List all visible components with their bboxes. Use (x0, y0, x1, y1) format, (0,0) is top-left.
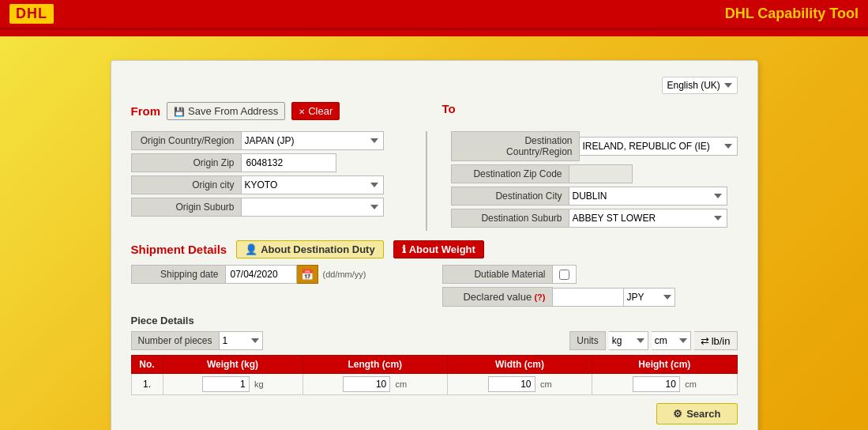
shipping-date-label: Shipping date (131, 265, 226, 284)
shipping-date-row: Shipping date 📅 (dd/mm/yy) (131, 265, 426, 284)
origin-zip-label: Origin Zip (131, 153, 242, 172)
col-length: Length (cm) (302, 356, 447, 374)
search-button[interactable]: ⚙ Search (656, 403, 737, 424)
dest-country-select[interactable]: IRELAND, REPUBLIC OF (IE) (580, 137, 738, 156)
to-header: To (442, 102, 738, 126)
dest-zip-label: Destination Zip Code (451, 164, 569, 183)
gear-icon: ⚙ (673, 408, 682, 420)
about-duty-button[interactable]: 👤 About Destination Duty (236, 240, 383, 258)
origin-city-row: Origin city KYOTO (131, 175, 418, 194)
origin-city-select[interactable]: KYOTO (242, 175, 384, 194)
lb-in-button[interactable]: ⇄ lb/in (694, 331, 738, 350)
currency-select[interactable]: JPY USD EUR GBP (624, 288, 675, 307)
row-height-cell: cm (592, 374, 737, 395)
to-section: Destination Country/Region IRELAND, REPU… (451, 131, 738, 231)
section-divider (426, 131, 427, 231)
piece-details-section: Piece Details Number of pieces 1 2 3 Uni… (131, 315, 738, 424)
dest-city-row: Destination City DUBLIN (451, 187, 738, 206)
width-input[interactable] (488, 376, 535, 392)
save-from-address-button[interactable]: Save From Address (167, 102, 285, 120)
dhl-logo: DHL (9, 4, 54, 24)
language-select[interactable]: English (UK) English (US) Deutsch França… (662, 77, 738, 94)
height-input[interactable] (633, 376, 680, 392)
to-title: To (442, 102, 456, 115)
date-format: (dd/mm/yy) (323, 270, 366, 279)
dest-city-label: Destination City (451, 187, 569, 206)
from-section: Origin Country/Region JAPAN (JP) Origin … (131, 131, 418, 231)
length-unit-select[interactable]: cm in (652, 331, 691, 350)
dutiable-label: Dutiable Material (442, 265, 553, 284)
length-unit-text: cm (396, 379, 408, 389)
dutiable-row: Dutiable Material (442, 265, 738, 284)
from-title: From (131, 104, 161, 118)
row-weight-cell: kg (163, 374, 302, 395)
floppy-icon (174, 105, 185, 117)
weight-unit-text: kg (254, 379, 264, 389)
shipment-right: Dutiable Material Declared value (?) JPY… (442, 265, 738, 307)
origin-zip-input[interactable] (242, 153, 336, 172)
dest-country-row: Destination Country/Region IRELAND, REPU… (451, 131, 738, 161)
user-icon: 👤 (245, 243, 257, 255)
shipment-header: Shipment Details 👤 About Destination Dut… (131, 240, 738, 258)
question-mark[interactable]: (?) (534, 292, 545, 302)
calendar-button[interactable]: 📅 (297, 265, 318, 284)
dest-suburb-row: Destination Suburb ABBEY ST LOWER (451, 209, 738, 228)
row-width-cell: cm (447, 374, 592, 395)
table-row: 1. kg cm cm (131, 374, 737, 395)
about-weight-button[interactable]: ℹ About Weight (393, 240, 484, 258)
origin-zip-row: Origin Zip (131, 153, 418, 172)
clear-button[interactable]: Clear (291, 102, 340, 120)
col-height: Height (cm) (592, 356, 737, 374)
dest-suburb-label: Destination Suburb (451, 209, 569, 228)
origin-city-label: Origin city (131, 175, 242, 194)
shipment-fields: Shipping date 📅 (dd/mm/yy) Dutiable Mate… (131, 265, 738, 307)
main-content: English (UK) English (US) Deutsch França… (0, 36, 868, 430)
num-pieces-select[interactable]: 1 2 3 (220, 331, 263, 350)
dest-zip-input[interactable] (569, 164, 633, 183)
language-row: English (UK) English (US) Deutsch França… (131, 77, 738, 94)
height-unit-text: cm (685, 379, 697, 389)
dest-city-select[interactable]: DUBLIN (569, 187, 727, 206)
info-icon: ℹ (402, 243, 406, 255)
origin-suburb-row: Origin Suburb (131, 198, 418, 217)
declared-label: Declared value (?) (442, 287, 553, 307)
weight-unit-select[interactable]: kg lb (609, 331, 648, 350)
form-container: English (UK) English (US) Deutsch França… (111, 60, 758, 430)
dutiable-checkbox-cell (553, 265, 577, 284)
shipment-title: Shipment Details (131, 243, 227, 256)
dutiable-checkbox[interactable] (559, 270, 569, 280)
origin-country-row: Origin Country/Region JAPAN (JP) (131, 131, 418, 150)
shipment-left: Shipping date 📅 (dd/mm/yy) (131, 265, 426, 307)
origin-country-label: Origin Country/Region (131, 131, 242, 150)
origin-suburb-label: Origin Suburb (131, 198, 242, 217)
row-no: 1. (131, 374, 163, 395)
num-pieces-label: Number of pieces (131, 331, 220, 350)
dest-country-label: Destination Country/Region (451, 131, 580, 161)
calendar-icon: 📅 (301, 269, 314, 281)
col-weight: Weight (kg) (163, 356, 302, 374)
dest-suburb-select[interactable]: ABBEY ST LOWER (569, 209, 727, 228)
piece-table: No. Weight (kg) Length (cm) Width (cm) H… (131, 355, 738, 395)
piece-controls: Number of pieces 1 2 3 Units kg lb cm (131, 331, 738, 350)
red-bar (0, 30, 868, 36)
col-width: Width (cm) (447, 356, 592, 374)
origin-country-select[interactable]: JAPAN (JP) (242, 131, 384, 150)
from-header: From Save From Address Clear (131, 102, 426, 126)
width-unit-text: cm (540, 379, 552, 389)
shipping-date-input[interactable] (226, 265, 297, 284)
units-row: Units kg lb cm in ⇄ lb/in (569, 331, 737, 350)
logo-area: DHL (9, 4, 54, 24)
header: DHL DHL Capability Tool (0, 0, 868, 30)
app-title: DHL Capability Tool (725, 6, 859, 22)
declared-row: Declared value (?) JPY USD EUR GBP (442, 287, 738, 307)
x-icon (299, 105, 305, 117)
dest-zip-row: Destination Zip Code (451, 164, 738, 183)
declared-value-input[interactable] (553, 288, 624, 307)
weight-input[interactable] (202, 376, 250, 392)
row-length-cell: cm (302, 374, 447, 395)
origin-suburb-select[interactable] (242, 198, 384, 217)
search-row: ⚙ Search (131, 403, 738, 424)
units-label: Units (569, 331, 605, 350)
length-input[interactable] (343, 376, 390, 392)
col-no: No. (131, 356, 163, 374)
